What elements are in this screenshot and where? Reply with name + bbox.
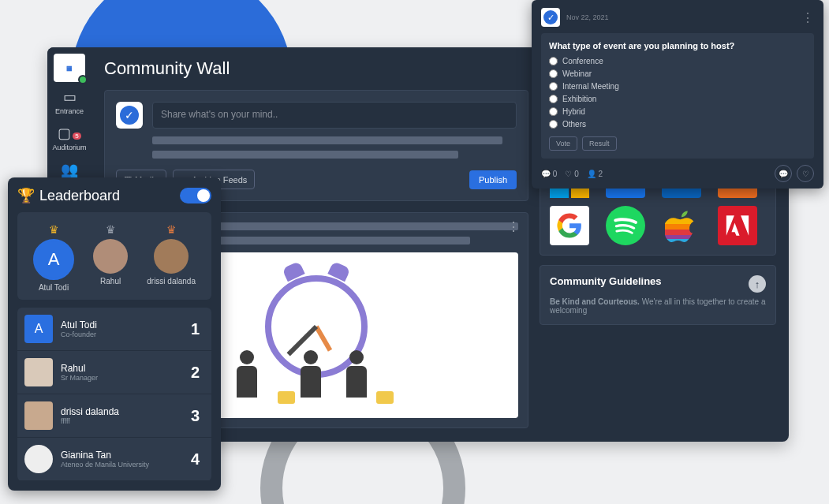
poll-option[interactable]: Hybrid [549,107,806,116]
comment-count[interactable]: 💬 0 [541,170,557,178]
leaderboard-row[interactable]: A Atul TodiCo-founder 1 [17,308,211,351]
vote-button[interactable]: Vote [549,136,577,151]
verified-icon: ✓ [541,8,560,27]
crown-icon: ♛ [166,223,177,236]
sponsor-apple[interactable] [662,206,701,245]
sidebar-item-entrance[interactable]: ▭ Entrance [50,85,89,118]
people-icon: 👥 [61,161,78,178]
podium-second[interactable]: ♛ Rahul [93,223,128,292]
podium-third[interactable]: ♛ drissi dalanda [147,223,196,292]
avatar: A [24,315,53,343]
sponsor-adobe[interactable] [718,206,757,245]
guidelines-body: Be Kind and Courteous. We're all in this… [550,297,766,315]
leaderboard-row[interactable]: RahulSr Manager 2 [17,351,211,394]
compose-content-preview [152,136,517,159]
scroll-up-icon[interactable]: ↑ [749,275,766,293]
verified-icon: ✓ [116,102,143,129]
sponsor-spotify[interactable] [606,206,645,245]
sidebar-label: Entrance [55,107,84,115]
leaderboard-row[interactable]: Gianina TanAteneo de Manila University 4 [17,438,211,481]
post-menu-icon[interactable]: ⋮ [507,219,520,234]
leaderboard-toggle[interactable] [180,188,211,203]
guidelines-title: Community Guidelines [550,275,742,287]
like-count[interactable]: ♡ 0 [565,170,578,178]
sponsor-google[interactable] [550,206,589,245]
video-icon: ▢5 [58,125,80,142]
poll-menu-icon[interactable]: ⋮ [801,10,814,25]
poll-options: Conference Webinar Internal Meeting Exhi… [549,57,806,129]
leaderboard-podium: ♛ A Atul Todi ♛ Rahul ♛ drissi dalanda [17,212,211,300]
result-button[interactable]: Result [582,136,617,151]
crown-icon: ♛ [106,223,116,236]
heart-icon[interactable]: ♡ [797,165,814,182]
avatar [154,239,189,274]
poll-option[interactable]: Exhibition [549,95,806,103]
compose-input[interactable]: Share what's on your mind.. [152,102,517,129]
page-title: Community Wall [104,58,528,79]
share-icon[interactable]: 💬 [775,165,792,182]
trophy-icon: 🏆 [17,187,35,204]
sidebar-item-auditorium[interactable]: ▢5 Auditorium [50,121,89,155]
guidelines-card: Community Guidelines ↑ Be Kind and Court… [540,265,776,325]
crown-icon: ♛ [49,223,59,236]
poll-question: What type of event are you planning to h… [549,41,806,50]
avatar: A [33,239,74,280]
podium-first[interactable]: ♛ A Atul Todi [33,223,74,292]
leaderboard-list: A Atul TodiCo-founder 1 RahulSr Manager … [17,308,211,481]
avatar [24,358,53,386]
sidebar-label: Auditorium [52,144,86,151]
leaderboard-title: Leaderboard [39,188,120,204]
leaderboard-row[interactable]: drissi dalandafffff 3 [17,394,211,438]
avatar [24,445,53,473]
poll-option[interactable]: Internal Meeting [549,82,806,91]
leaderboard-card: 🏆 Leaderboard ♛ A Atul Todi ♛ Rahul ♛ dr… [8,177,221,491]
book-icon: ▭ [63,88,77,106]
poll-date: Nov 22, 2021 [566,13,609,21]
poll-card: ✓ Nov 22, 2021 ⋮ What type of event are … [532,0,823,189]
avatar [93,239,128,274]
app-logo[interactable]: ▦ [54,54,85,82]
publish-button[interactable]: Publish [469,170,517,189]
poll-option[interactable]: Others [549,120,806,129]
view-count: 👤 2 [587,170,603,178]
poll-option[interactable]: Conference [549,57,806,65]
poll-option[interactable]: Webinar [549,69,806,78]
avatar [24,401,53,430]
